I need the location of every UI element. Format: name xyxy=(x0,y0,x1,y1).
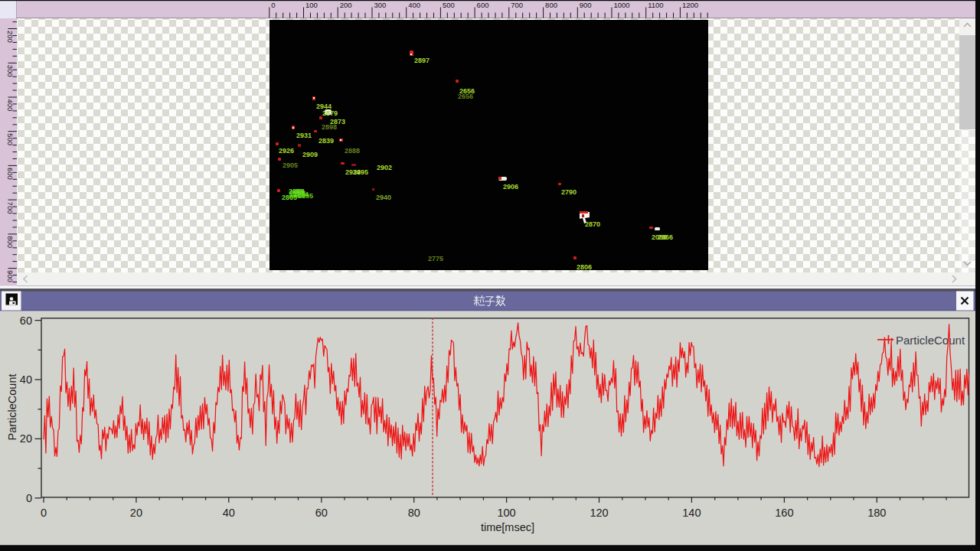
svg-text:0: 0 xyxy=(26,492,32,504)
svg-text:100: 100 xyxy=(305,1,318,9)
svg-text:2870: 2870 xyxy=(585,220,600,228)
svg-text:2879: 2879 xyxy=(322,109,338,117)
svg-text:40: 40 xyxy=(223,507,235,519)
svg-text:600: 600 xyxy=(6,168,15,180)
svg-text:time[msec]: time[msec] xyxy=(481,521,534,533)
svg-text:ParticleCount: ParticleCount xyxy=(6,373,18,440)
svg-text:160: 160 xyxy=(775,507,793,519)
svg-text:2898: 2898 xyxy=(322,123,337,131)
svg-text:2995: 2995 xyxy=(353,168,368,176)
svg-text:400: 400 xyxy=(6,99,15,111)
svg-text:2909: 2909 xyxy=(302,151,318,158)
svg-text:120: 120 xyxy=(590,507,608,519)
svg-text:180: 180 xyxy=(867,507,886,519)
svg-text:500: 500 xyxy=(443,1,455,9)
svg-text:100: 100 xyxy=(497,507,515,519)
svg-text:200: 200 xyxy=(6,31,15,43)
svg-text:2839: 2839 xyxy=(318,137,334,145)
svg-text:60: 60 xyxy=(315,507,328,519)
svg-text:2931: 2931 xyxy=(296,132,312,139)
svg-text:400: 400 xyxy=(408,1,420,9)
svg-text:800: 800 xyxy=(6,236,15,248)
svg-text:20: 20 xyxy=(20,432,32,445)
svg-text:2906: 2906 xyxy=(503,183,518,191)
svg-text:2897: 2897 xyxy=(414,57,430,64)
svg-text:2902: 2902 xyxy=(377,164,392,171)
svg-text:2940: 2940 xyxy=(376,194,391,201)
svg-text:700: 700 xyxy=(6,202,15,214)
svg-text:200: 200 xyxy=(340,1,352,9)
svg-text:900: 900 xyxy=(6,270,15,282)
svg-text:2656: 2656 xyxy=(458,93,473,100)
svg-text:0: 0 xyxy=(271,1,275,9)
svg-text:80: 80 xyxy=(408,507,420,519)
svg-text:ParticleCount: ParticleCount xyxy=(896,334,965,347)
svg-text:0: 0 xyxy=(41,507,47,519)
svg-text:2866: 2866 xyxy=(658,233,673,241)
svg-text:60: 60 xyxy=(20,315,32,327)
svg-text:2895: 2895 xyxy=(298,192,313,200)
svg-text:1200: 1200 xyxy=(682,1,698,9)
svg-text:2790: 2790 xyxy=(561,188,577,196)
svg-text:800: 800 xyxy=(545,1,557,9)
svg-text:2905: 2905 xyxy=(283,161,298,169)
svg-text:600: 600 xyxy=(477,1,489,9)
svg-text:900: 900 xyxy=(580,1,592,9)
svg-text:2888: 2888 xyxy=(345,147,360,155)
svg-text:20: 20 xyxy=(130,507,142,519)
svg-text:2806: 2806 xyxy=(577,263,592,271)
svg-text:300: 300 xyxy=(6,65,15,77)
svg-text:300: 300 xyxy=(374,1,387,9)
svg-text:1000: 1000 xyxy=(614,1,630,9)
svg-text:2865: 2865 xyxy=(282,194,297,201)
svg-text:140: 140 xyxy=(682,507,701,519)
svg-text:2775: 2775 xyxy=(428,255,443,262)
svg-text:500: 500 xyxy=(6,133,15,145)
svg-text:1100: 1100 xyxy=(648,1,663,9)
svg-text:40: 40 xyxy=(20,373,32,386)
svg-text:700: 700 xyxy=(511,1,523,9)
svg-text:2926: 2926 xyxy=(279,147,294,155)
